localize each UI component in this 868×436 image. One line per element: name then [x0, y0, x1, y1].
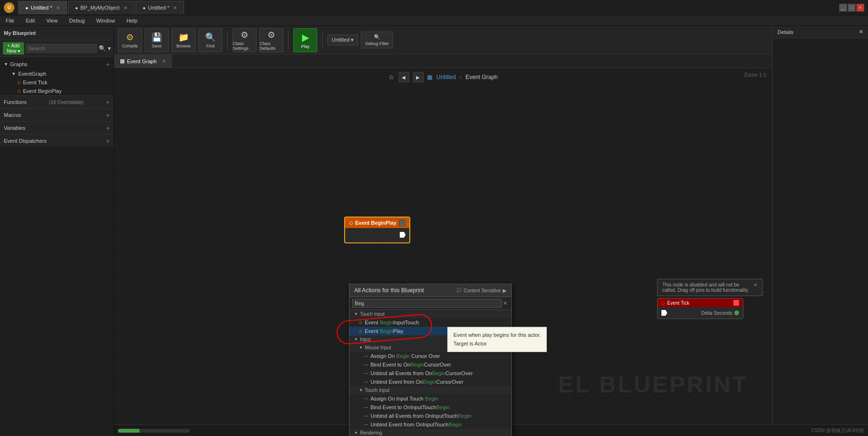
event-tick-label: Event Tick [23, 80, 47, 85]
action-line-icon-2: — [364, 362, 368, 367]
maximize-button[interactable]: □ [848, 4, 856, 11]
back-button[interactable]: ◀ [398, 72, 409, 82]
section-rendering-arrow: ▼ [354, 431, 358, 435]
action-assign-begin-cursor[interactable]: — Assign On Begin Cursor Over [349, 352, 511, 360]
action-bind-begincursorover[interactable]: — Bind Event to OnBeginCursorOver [349, 360, 511, 369]
context-sensitive-toggle[interactable]: ☑ Context Sensitive ▶ [456, 287, 507, 294]
eventgraph-label: EventGraph [18, 71, 46, 77]
menu-debug[interactable]: Debug [67, 17, 86, 24]
exec-out-pin[interactable] [400, 232, 405, 238]
event-dispatchers-header[interactable]: Event Dispatchers + [0, 134, 114, 147]
disabled-notice-close[interactable]: ✕ [753, 282, 757, 287]
menu-edit[interactable]: Edit [24, 17, 37, 24]
browse-button[interactable]: 📁 Browse [172, 28, 196, 52]
star-button[interactable]: ☆ [388, 73, 394, 81]
graphs-label: Graphs [10, 61, 27, 67]
event-tick-exec-pin[interactable] [661, 310, 667, 316]
tab-bp-object[interactable]: ● BP_MyMyObject ✕ [68, 1, 135, 14]
tab-event-graph[interactable]: ▦ Event Graph ✕ [114, 55, 172, 68]
section-touch-input[interactable]: ▼ Touch Input [349, 310, 511, 318]
action-label-2: Event BeginPlay [365, 328, 404, 334]
eventgraph-item[interactable]: ▼ EventGraph [0, 69, 114, 78]
details-label: Details [777, 29, 794, 35]
breadcrumb-parent[interactable]: Untitled [436, 74, 456, 80]
event-dispatchers-add-icon[interactable]: + [106, 137, 110, 145]
tooltip-line1: Event when play begins for this actor. [453, 331, 541, 340]
save-label: Save [152, 44, 162, 48]
tooltip-box: Event when play begins for this actor. T… [447, 327, 547, 352]
play-button[interactable]: ▶ Play [293, 28, 317, 52]
debug-dropdown[interactable]: Untitled ▾ [327, 34, 358, 46]
context-sensitive-label: Context Sensitive [463, 288, 501, 293]
macros-header[interactable]: Macros + [0, 108, 114, 121]
class-settings-button[interactable]: ⚙ Class Settings [232, 28, 256, 52]
search-input[interactable] [26, 44, 97, 53]
tab-untitled-2[interactable]: ● Untitled * ✕ [136, 1, 185, 14]
action-assign-inputtouchbegin[interactable]: — Assign On Input Touch Begin [349, 394, 511, 403]
menu-window[interactable]: Window [94, 17, 117, 24]
graphs-add-icon[interactable]: + [106, 60, 110, 68]
macros-add-icon[interactable]: + [106, 111, 110, 119]
action-label-5: Unbind all Events from OnBeginCursorOver [370, 370, 473, 376]
app-logo: U [4, 2, 14, 13]
action-bind-inputtouchbegin[interactable]: — Bind Event to OnInputTouchBegin [349, 403, 511, 412]
action-unbindall-begincursorover[interactable]: — Unbind all Events from OnBeginCursorOv… [349, 369, 511, 378]
add-new-button[interactable]: + Add New ▾ [3, 42, 24, 55]
my-blueprint-label: My Blueprint [4, 30, 36, 36]
browse-icon: 📁 [178, 32, 189, 43]
action-unbindall-inputtouchbegin[interactable]: — Unbind all Events from OnInputTouchBeg… [349, 412, 511, 420]
event-tick-node[interactable]: ◇ Event Tick Delta Seconds [657, 298, 743, 319]
node-close-button[interactable]: □ [399, 219, 405, 226]
event-tick-node-close[interactable] [733, 300, 739, 306]
menu-file[interactable]: File [4, 17, 16, 24]
graph-tab-close[interactable]: ✕ [162, 58, 166, 64]
save-icon: 💾 [151, 32, 162, 43]
functions-header[interactable]: Functions (18 Overridable) + [0, 95, 114, 108]
event-dispatchers-label: Event Dispatchers [4, 138, 46, 144]
action-unbind-begincursorover[interactable]: — Unbind Event from OnBeginCursorOver [349, 378, 511, 386]
action-event-begininputtouch[interactable]: ◇ Event BeginInputTouch [349, 318, 511, 327]
variables-header[interactable]: Variables + [0, 121, 114, 134]
tab-close-1[interactable]: ✕ [56, 5, 60, 11]
forward-button[interactable]: ▶ [413, 72, 423, 82]
minimize-button[interactable]: _ [839, 4, 847, 11]
details-close-button[interactable]: ✕ [859, 29, 863, 35]
compile-button[interactable]: ⚙ Compile [118, 28, 142, 52]
save-button[interactable]: 💾 Save [145, 28, 169, 52]
action-label-1: Event BeginInputTouch [365, 320, 419, 325]
graphs-header[interactable]: ▼ Graphs + [0, 59, 114, 69]
action-label-3: Assign On Begin Cursor Over [370, 353, 440, 359]
functions-add-icon[interactable]: + [106, 98, 110, 106]
menu-help[interactable]: Help [125, 17, 139, 24]
event-beginplay-item[interactable]: ◇ Event BeginPlay [0, 87, 114, 95]
event-beginplay-node[interactable]: ◇ Event BeginPlay □ [344, 217, 410, 243]
play-icon: ▶ [302, 32, 309, 43]
tab-untitled-1[interactable]: ● Untitled * ✕ [18, 1, 67, 14]
action-line-icon-7: — [364, 413, 368, 418]
graph-canvas[interactable]: ☆ ◀ ▶ ▦ Untitled › Event Graph Zoom 1:1 … [114, 68, 772, 436]
node-body [345, 228, 409, 242]
tab-close-2[interactable]: ✕ [124, 5, 127, 11]
menu-view[interactable]: View [45, 17, 60, 24]
debug-filter-button[interactable]: 🔍 Debug Filter [361, 32, 393, 48]
find-button[interactable]: 🔍 Find [198, 28, 222, 52]
tab-close-3[interactable]: ✕ [173, 5, 177, 11]
class-defaults-button[interactable]: ⚙ Class Defaults [259, 28, 283, 52]
action-unbind-inputtouchbegin[interactable]: — Unbind Event from OnInputTouchBegin [349, 420, 511, 429]
section-touch-input-2[interactable]: ▼ Touch Input [349, 386, 511, 394]
disabled-notice-text: This node is disabled and will not be ca… [662, 282, 752, 293]
section-rendering[interactable]: ▼ Rendering [349, 429, 511, 436]
event-tick-item[interactable]: ◇ Event Tick [0, 78, 114, 87]
graph-tab-icon: ▦ [120, 58, 125, 64]
actions-search-clear[interactable]: ✕ [502, 300, 509, 307]
close-button[interactable]: ✕ [856, 4, 864, 11]
section-mouse-arrow: ▼ [359, 345, 363, 350]
search-options-icon[interactable]: ▾ [108, 45, 111, 52]
tab-label-3: Untitled * [148, 5, 170, 11]
variables-add-icon[interactable]: + [106, 124, 110, 132]
section-rendering-label: Rendering [360, 430, 382, 436]
actions-search-input[interactable] [352, 299, 502, 308]
debug-filter-label: Debug Filter [365, 41, 389, 46]
toolbar-divider-1 [227, 31, 228, 50]
delta-seconds-pin[interactable] [734, 310, 739, 315]
